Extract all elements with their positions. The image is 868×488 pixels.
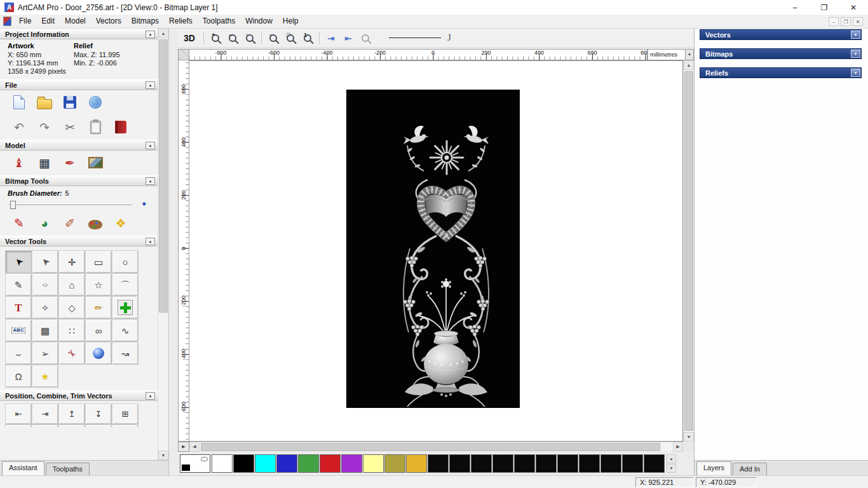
palette-swatch-20[interactable] [644,454,665,473]
menu-bitmaps[interactable]: Bitmaps [126,15,164,28]
chevron-down-icon[interactable]: ▼ [851,30,860,39]
scroll-right-icon[interactable]: ▶ [673,442,683,452]
curve-style-preview[interactable]: J [447,32,451,43]
transform-vectors-icon[interactable]: ✛ [58,250,85,273]
collapse-icon[interactable]: ▲ [146,177,155,185]
palette-swatch-13[interactable] [492,454,513,473]
chevron-down-icon[interactable]: ▼ [685,50,693,60]
scrollbar-track[interactable] [684,70,694,432]
palette-swatch-2[interactable] [255,454,276,473]
create-arc-icon[interactable]: ⌒ [112,273,139,296]
collapse-icon[interactable]: ▲ [146,30,155,38]
line-width-preview[interactable] [389,37,441,38]
tab-toolpaths[interactable]: Toolpaths [46,463,90,475]
flood-fill-icon[interactable]: ◕ [36,214,53,232]
align-bottom-icon[interactable]: ↧ [85,403,112,424]
slice-vectors-icon[interactable]: Ω [5,365,32,388]
chevron-down-icon[interactable]: ▼ [851,69,860,77]
save-model-icon[interactable] [61,93,79,111]
scroll-down-icon[interactable]: ▼ [158,451,168,460]
trim-vectors-icon[interactable]: ✂ [58,342,85,365]
menu-edit[interactable]: Edit [36,15,60,28]
collapse-icon[interactable]: ▲ [146,238,155,245]
undo-icon[interactable]: ↶ [10,118,28,136]
zoom-out-icon[interactable]: − [226,31,240,45]
palette-swatch-16[interactable] [557,454,578,473]
centre-vectors-icon[interactable]: ⊞ [112,403,139,424]
palette-swatch-4[interactable] [298,454,319,473]
close-button[interactable]: ✕ [839,0,868,15]
scroll-left-icon[interactable]: ◀ [189,442,200,452]
tab-layers[interactable]: Layers [696,461,731,475]
combine-vectors-icon[interactable]: ⊠ [32,424,58,427]
arc-fit-icon[interactable]: ⌣ [5,342,32,365]
mdi-close-button[interactable]: ✕ [853,17,863,26]
scroll-up-icon[interactable]: ▲ [667,454,676,463]
adjust-model-icon[interactable]: ▦ [36,154,53,172]
zoom-box-icon[interactable]: ▫ [266,31,280,45]
zoom-fit-icon[interactable]: 1 [301,31,315,45]
create-ellipse-icon[interactable]: ○ [32,273,58,296]
align-top-icon[interactable]: ↥ [58,403,85,424]
mdi-minimize-button[interactable]: – [829,17,839,26]
zoom-last-icon[interactable] [358,31,372,45]
zoom-object-icon[interactable]: □ [283,31,297,45]
align-left-icon[interactable]: ⇤ [5,403,32,424]
create-polyline-icon[interactable]: ✎ [5,273,32,296]
notes-icon[interactable] [112,118,130,136]
fit-curves-icon[interactable]: ∿ [112,319,139,342]
menu-reliefs[interactable]: Reliefs [164,15,198,28]
view-3d-button[interactable]: 3D [180,32,199,44]
palette-swatch-17[interactable] [579,454,600,473]
redo-icon[interactable]: ↷ [36,118,53,136]
colour-palette-icon[interactable] [86,214,104,232]
join-vectors-icon[interactable]: ➢ [32,342,58,365]
palette-swatch-7[interactable] [363,454,384,473]
node-editing-icon[interactable]: ➤ [32,250,58,273]
fillet-icon[interactable]: ↝ [112,342,139,365]
vector-array-icon[interactable]: ∷ [58,319,85,342]
palette-swatch-15[interactable] [536,454,557,473]
door-relief-artwork[interactable] [346,90,520,408]
menu-vectors[interactable]: Vectors [91,15,126,28]
vector-boundary-icon[interactable]: ★ [32,365,58,388]
slider-handle[interactable] [10,201,16,209]
collapse-icon[interactable]: ▲ [146,81,155,89]
create-rectangle-icon[interactable]: ▭ [85,250,112,273]
paint-icon[interactable]: ✎ [10,214,28,232]
create-text-icon[interactable]: T [5,296,32,319]
text-on-curve-icon[interactable]: ✧ [32,296,58,319]
scroll-down-icon[interactable]: ▼ [667,464,676,473]
colour-picker-icon[interactable]: ❖ [112,214,130,232]
palette-swatch-10[interactable] [428,454,449,473]
palette-swatch-9[interactable] [406,454,427,473]
zoom-scale-icon[interactable]: · [243,31,257,45]
tab-add-in[interactable]: Add In [733,463,767,475]
menu-model[interactable]: Model [60,15,91,28]
palette-swatch-1[interactable] [233,454,254,473]
palette-swatch-19[interactable] [622,454,643,473]
scroll-down-icon[interactable]: ▼ [684,432,694,442]
palette-swatch-11[interactable] [449,454,470,473]
lightbox-icon[interactable] [86,154,104,172]
array-copy-icon[interactable]: ⊡ [85,424,112,427]
collapse-icon[interactable]: ▲ [146,142,155,149]
palette-swatch-12[interactable] [471,454,492,473]
canvas-vertical-scrollbar[interactable]: ▲ ▼ [683,60,694,442]
create-polygon-icon[interactable]: ⌂ [58,273,85,296]
scroll-up-icon[interactable]: ▲ [158,29,168,38]
offset-vectors-icon[interactable]: ◇ [58,296,85,319]
palette-swatch-8[interactable] [384,454,405,473]
palette-swatch-3[interactable] [276,454,297,473]
paint-selective-icon[interactable]: ✐ [61,214,79,232]
scrollbar-thumb[interactable] [684,71,693,431]
chevron-down-icon[interactable]: ▼ [851,50,860,58]
drawing-canvas[interactable] [189,60,683,442]
align-right-icon[interactable]: ⇥ [32,403,58,424]
text-block-icon[interactable]: ABC [5,319,32,342]
paste-icon[interactable] [86,118,104,136]
panel-header-bitmaps[interactable]: Bitmaps▼ [700,48,862,59]
panel-header-reliefs[interactable]: Reliefs▼ [700,67,862,78]
cut-icon[interactable]: ✂ [61,118,79,136]
menu-window[interactable]: Window [240,15,278,28]
